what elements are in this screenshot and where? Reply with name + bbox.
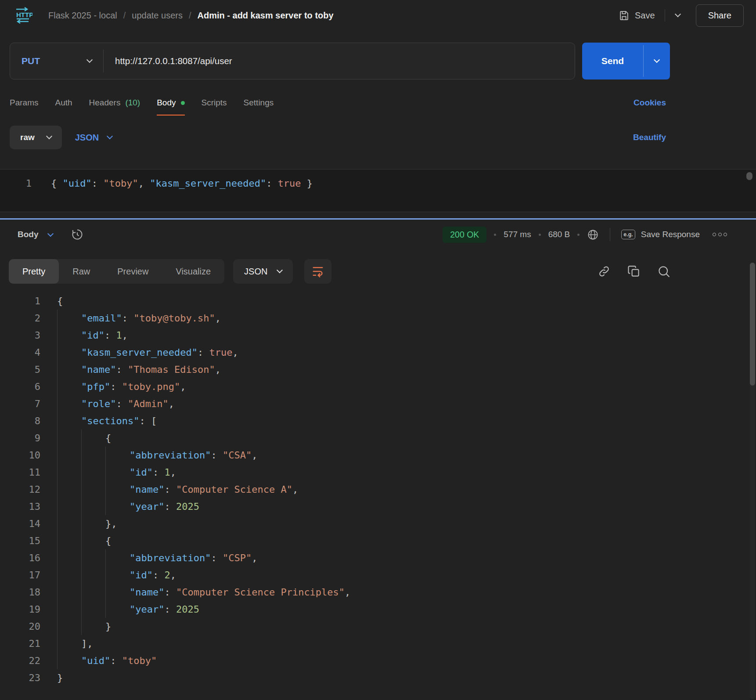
indent-guide (57, 618, 81, 635)
indent-guide (81, 584, 105, 601)
code-line: 1{ (0, 292, 756, 310)
indent-guide (81, 566, 105, 584)
search-icon[interactable] (657, 265, 670, 278)
response-view-tab-raw[interactable]: Raw (59, 259, 104, 284)
network-globe-icon[interactable] (587, 229, 599, 241)
scrollbar-thumb[interactable] (750, 263, 755, 386)
wrap-lines-button[interactable] (304, 259, 331, 284)
response-time[interactable]: 577 ms (504, 230, 531, 239)
chevron-down-icon (107, 133, 113, 139)
response-view-tab-visualize[interactable]: Visualize (162, 259, 224, 284)
http-request-icon: HTTP (12, 5, 32, 25)
tab-auth[interactable]: Auth (55, 90, 72, 115)
tab-label: Scripts (202, 98, 227, 108)
tab-body[interactable]: Body (157, 90, 184, 115)
tab-params[interactable]: Params (10, 90, 38, 115)
line-number: 12 (9, 481, 40, 498)
tab-count-badge: (10) (125, 98, 140, 108)
copy-icon[interactable] (627, 265, 641, 278)
chevron-down-icon (86, 57, 93, 63)
save-as-example-icon: e.g. (621, 230, 635, 239)
response-language-dropdown[interactable]: JSON (233, 259, 293, 284)
save-response-button[interactable]: e.g. Save Response (621, 230, 700, 239)
body-format-dropdown[interactable]: raw (10, 126, 62, 149)
line-number: 4 (9, 344, 40, 361)
chevron-down-icon[interactable] (48, 230, 53, 239)
response-view-tab-pretty[interactable]: Pretty (9, 259, 59, 284)
indent-guide (81, 618, 105, 635)
code-line: 13"year": 2025 (0, 498, 756, 515)
divider (665, 9, 665, 22)
tab-headers[interactable]: Headers(10) (89, 90, 140, 115)
scrollbar-thumb[interactable] (746, 172, 752, 180)
indent-guide (57, 549, 81, 566)
share-button[interactable]: Share (696, 4, 744, 27)
code-line: 7"role": "Admin", (0, 395, 756, 412)
indent-guide (57, 566, 81, 584)
line-number: 17 (9, 566, 40, 584)
beautify-link[interactable]: Beautify (633, 133, 666, 142)
status-badge[interactable]: 200 OK (443, 227, 486, 243)
line-number: 5 (9, 361, 40, 378)
code-line: 19"year": 2025 (0, 601, 756, 618)
indent-guide (81, 515, 105, 532)
response-language-label: JSON (244, 267, 267, 277)
indent-guide (57, 532, 81, 549)
tab-label: Params (10, 98, 38, 108)
line-number: 8 (9, 412, 40, 429)
indent-guide (57, 652, 81, 669)
save-button[interactable]: Save (619, 10, 655, 21)
response-history-icon[interactable] (71, 228, 83, 241)
code-line: 2"email": "toby@toby.sh", (0, 310, 756, 327)
link-icon[interactable] (598, 265, 611, 278)
code-line: 1{ "uid": "toby", "kasm_server_needed": … (0, 175, 756, 192)
dot-separator (577, 234, 580, 236)
pane-resize-divider[interactable] (0, 218, 756, 220)
indent-guide (57, 481, 81, 498)
url-input[interactable] (104, 56, 575, 66)
method-label: PUT (22, 56, 40, 66)
tab-label: Body (157, 98, 176, 108)
save-options-chevron-icon[interactable] (676, 11, 680, 19)
body-language-label: JSON (75, 133, 99, 143)
cookies-link[interactable]: Cookies (634, 98, 666, 108)
line-number: 13 (9, 498, 40, 515)
more-options-icon[interactable] (713, 233, 727, 236)
indent-guide (57, 412, 81, 429)
tab-scripts[interactable]: Scripts (202, 90, 227, 115)
indent-guide (57, 310, 81, 327)
request-body-editor[interactable]: 1{ "uid": "toby", "kasm_server_needed": … (0, 169, 756, 212)
request-title[interactable]: Admin - add kasm server to toby (198, 11, 334, 21)
send-options-chevron-icon[interactable] (644, 43, 670, 79)
tab-settings[interactable]: Settings (244, 90, 274, 115)
code-line: 23} (0, 669, 756, 686)
send-button[interactable]: Send (582, 43, 670, 79)
indent-guide (57, 635, 81, 652)
line-number: 19 (9, 601, 40, 618)
send-label[interactable]: Send (582, 43, 643, 79)
code-line: 6"pfp": "toby.png", (0, 378, 756, 395)
indent-guide (81, 447, 105, 464)
indent-guide (57, 515, 81, 532)
indent-guide (105, 447, 130, 464)
chevron-down-icon (277, 267, 283, 273)
response-view-tab-preview[interactable]: Preview (104, 259, 162, 284)
response-body-editor[interactable]: 1{2"email": "toby@toby.sh",3"id": 1,4"ka… (0, 289, 756, 686)
indent-guide (57, 447, 81, 464)
code-line: 8"sections": [ (0, 412, 756, 429)
indent-guide (105, 481, 130, 498)
response-size[interactable]: 680 B (548, 230, 570, 239)
indent-guide (57, 327, 81, 344)
scrollbar-track[interactable] (750, 263, 755, 699)
breadcrumb-collection[interactable]: Flask 2025 - local (48, 11, 117, 21)
svg-text:HTTP: HTTP (16, 11, 32, 18)
line-number: 15 (9, 532, 40, 549)
code-line: 9{ (0, 429, 756, 447)
app-header: HTTP Flask 2025 - local / update users /… (0, 0, 756, 31)
response-body-dropdown[interactable]: Body (18, 230, 39, 239)
method-selector[interactable]: PUT (10, 56, 103, 66)
body-language-dropdown[interactable]: JSON (75, 133, 112, 143)
breadcrumb-folder[interactable]: update users (132, 11, 183, 21)
indent-guide (57, 344, 81, 361)
body-format-label: raw (20, 133, 35, 142)
